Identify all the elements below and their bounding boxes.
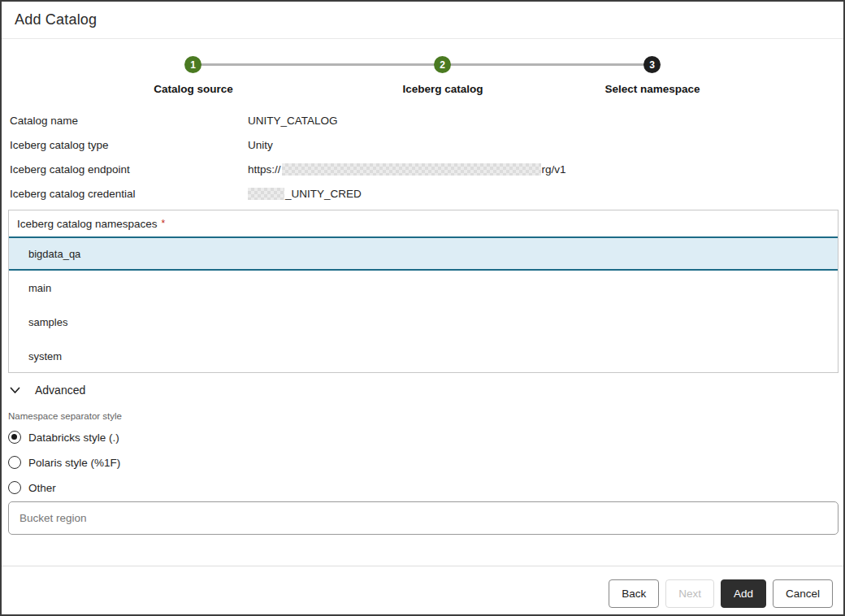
cancel-button[interactable]: Cancel — [773, 579, 833, 608]
field-value: UNITY_CATALOG — [248, 115, 338, 127]
bucket-region-input[interactable] — [8, 501, 838, 535]
redacted-value — [282, 163, 541, 176]
advanced-label: Advanced — [35, 384, 85, 397]
back-button[interactable]: Back — [609, 579, 659, 608]
list-item-label: system — [28, 350, 62, 362]
radio-unselected-icon[interactable] — [8, 481, 21, 494]
radio-label: Polaris style (%1F) — [28, 457, 120, 469]
radio-label: Other — [28, 482, 56, 494]
credential-suffix: _UNITY_CRED — [285, 188, 362, 200]
next-button[interactable]: Next — [665, 579, 714, 608]
endpoint-prefix: https:// — [248, 163, 281, 176]
list-item-label: samples — [28, 316, 67, 328]
radio-other-style[interactable]: Other — [8, 480, 56, 495]
field-label: Iceberg catalog credential — [10, 188, 248, 200]
field-label: Iceberg catalog type — [10, 139, 248, 151]
step-3-indicator: 3 — [644, 56, 661, 73]
step-1-label: Catalog source — [92, 83, 295, 95]
summary-fields: Catalog name UNITY_CATALOG Iceberg catal… — [10, 108, 835, 206]
required-marker: * — [162, 218, 166, 229]
radio-label: Databricks style (.) — [28, 432, 119, 444]
list-item-label: bigdata_qa — [28, 248, 80, 260]
field-label: Iceberg catalog endpoint — [10, 163, 248, 176]
add-button[interactable]: Add — [721, 579, 766, 608]
dialog-header: Add Catalog — [2, 2, 843, 39]
redacted-value — [248, 188, 284, 200]
add-catalog-dialog: Add Catalog 1 Catalog source 2 Iceberg c… — [0, 0, 845, 616]
field-label: Catalog name — [10, 115, 248, 127]
namespace-separator-group-label: Namespace separator style — [8, 411, 122, 421]
namespace-option-samples[interactable]: samples — [9, 305, 838, 339]
field-catalog-type: Iceberg catalog type Unity — [10, 132, 835, 157]
field-catalog-credential: Iceberg catalog credential _UNITY_CRED — [10, 181, 835, 206]
field-value: Unity — [248, 139, 273, 151]
footer-actions: Back Next Add Cancel — [609, 579, 833, 608]
stepper-connector-line — [192, 63, 651, 66]
field-value: _UNITY_CRED — [248, 188, 362, 200]
radio-unselected-icon[interactable] — [8, 456, 21, 469]
list-item-label: main — [28, 282, 51, 294]
namespace-list-header: Iceberg catalog namespaces * — [9, 210, 838, 236]
namespace-option-system[interactable]: system — [9, 339, 838, 373]
radio-databricks-style[interactable]: Databricks style (.) — [8, 430, 119, 445]
step-2-indicator: 2 — [434, 56, 451, 73]
advanced-toggle[interactable]: Advanced — [8, 381, 85, 399]
page-title: Add Catalog — [15, 11, 97, 28]
step-3-label: Select namespace — [551, 83, 754, 95]
step-2-label: Iceberg catalog — [341, 83, 544, 95]
radio-polaris-style[interactable]: Polaris style (%1F) — [8, 455, 120, 470]
footer-divider — [2, 566, 843, 566]
namespace-option-main[interactable]: main — [9, 271, 838, 305]
namespace-list-panel: Iceberg catalog namespaces * bigdata_qa … — [8, 210, 838, 373]
namespace-list-title: Iceberg catalog namespaces — [17, 218, 158, 230]
chevron-down-icon — [10, 387, 20, 394]
field-catalog-endpoint: Iceberg catalog endpoint https:// rg/v1 — [10, 157, 835, 181]
endpoint-suffix: rg/v1 — [542, 163, 566, 176]
field-catalog-name: Catalog name UNITY_CATALOG — [10, 108, 835, 132]
field-value: https:// rg/v1 — [248, 163, 566, 176]
step-1-indicator: 1 — [184, 56, 202, 73]
radio-selected-icon[interactable] — [8, 431, 21, 444]
namespace-option-bigdata_qa[interactable]: bigdata_qa — [9, 236, 838, 271]
wizard-stepper: 1 Catalog source 2 Iceberg catalog 3 Sel… — [2, 40, 843, 98]
